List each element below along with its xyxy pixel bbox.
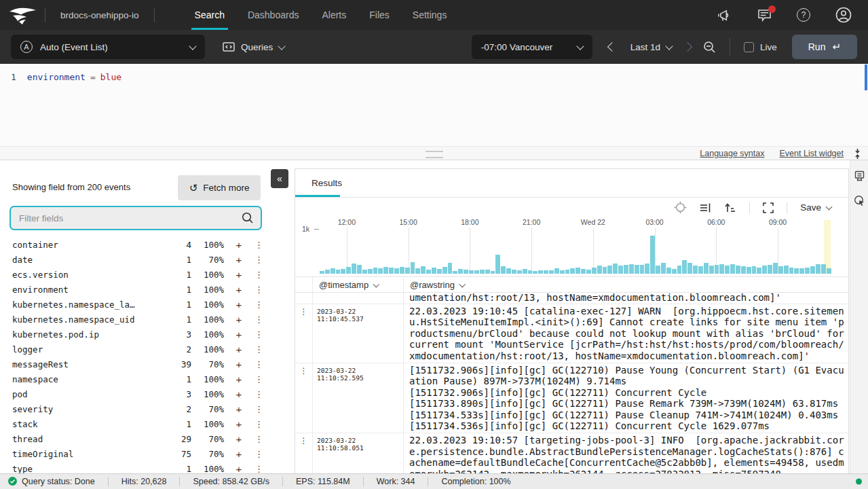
live-checkbox[interactable] (744, 42, 754, 52)
event-row[interactable]: ⋮2023-03-22 11:10:45.53722.03.2023 19:10… (295, 304, 848, 363)
histogram-bar[interactable] (331, 268, 335, 274)
field-menu-icon[interactable]: ⋮ (254, 300, 263, 310)
row-menu-icon[interactable]: ⋮ (295, 304, 313, 363)
add-field-icon[interactable]: + (224, 463, 254, 474)
histogram-bar[interactable] (757, 268, 761, 274)
histogram-bar[interactable] (480, 270, 485, 274)
histogram-bar[interactable] (789, 268, 794, 274)
histogram-bar[interactable] (373, 268, 378, 274)
event-histogram[interactable]: 12:0015:0018:0021:00Wed 2203:0006:0009:0… (320, 218, 831, 274)
queries-dropdown[interactable]: Queries (223, 41, 284, 52)
field-menu-icon[interactable]: ⋮ (254, 404, 263, 414)
histogram-bar[interactable] (592, 268, 597, 274)
timezone-dropdown[interactable]: -07:00 Vancouver (472, 35, 592, 59)
histogram-bar[interactable] (719, 264, 724, 274)
histogram-bar[interactable] (383, 267, 388, 274)
view-selector-dropdown[interactable]: A Auto (Event List) (11, 35, 205, 59)
histogram-bar[interactable] (474, 270, 479, 274)
histogram-bar[interactable] (597, 266, 602, 274)
event-row[interactable]: ⋮2023-03-22 11:10:52.595[1511732.906s][i… (295, 363, 848, 433)
add-field-icon[interactable]: + (224, 344, 254, 355)
help-icon[interactable]: ? (797, 8, 810, 22)
histogram-bar[interactable] (512, 270, 516, 274)
histogram-bar[interactable] (523, 269, 527, 274)
histogram-bar[interactable] (368, 269, 373, 274)
histogram-bar[interactable] (469, 270, 474, 274)
nav-item-alerts[interactable]: Alerts (310, 0, 358, 30)
histogram-bar[interactable] (453, 271, 457, 274)
add-field-icon[interactable]: + (224, 433, 254, 445)
histogram-bar[interactable] (827, 268, 831, 274)
add-field-icon[interactable]: + (224, 374, 254, 385)
run-button[interactable]: Run ↵ (792, 35, 857, 59)
row-menu-icon[interactable]: ⋮ (295, 433, 313, 473)
nav-item-files[interactable]: Files (358, 0, 401, 30)
histogram-bar[interactable] (698, 266, 703, 274)
histogram-bar[interactable] (341, 269, 345, 274)
histogram-bar[interactable] (554, 268, 559, 274)
field-menu-icon[interactable]: ⋮ (254, 344, 263, 355)
field-row[interactable]: thread2970%+⋮ (0, 431, 271, 446)
histogram-bar[interactable] (682, 260, 687, 274)
time-range-dropdown[interactable]: Last 1d (630, 42, 672, 52)
histogram-bar[interactable] (464, 270, 468, 274)
align-columns-icon[interactable] (700, 202, 711, 213)
histogram-bar[interactable] (352, 264, 356, 274)
histogram-bar[interactable] (635, 265, 639, 274)
histogram-bar[interactable] (405, 268, 410, 274)
histogram-bar[interactable] (715, 265, 719, 274)
histogram-bar[interactable] (656, 266, 660, 274)
resize-handle[interactable] (426, 151, 443, 158)
histogram-bar[interactable] (415, 268, 420, 274)
field-menu-icon[interactable]: ⋮ (254, 419, 263, 429)
histogram-bar[interactable] (517, 270, 522, 274)
live-toggle[interactable]: Live (744, 42, 777, 52)
add-field-icon[interactable]: + (224, 254, 254, 266)
add-field-icon[interactable]: + (224, 448, 254, 460)
next-range-icon[interactable] (683, 42, 692, 52)
field-menu-icon[interactable]: ⋮ (254, 314, 263, 325)
filter-fields-input[interactable] (18, 213, 242, 224)
nav-item-search[interactable]: Search (183, 0, 236, 30)
histogram-bar[interactable] (336, 270, 341, 274)
histogram-bar[interactable] (666, 268, 671, 274)
field-menu-icon[interactable]: ⋮ (254, 270, 263, 280)
add-field-icon[interactable]: + (224, 329, 254, 340)
field-menu-icon[interactable]: ⋮ (254, 329, 263, 340)
histogram-bar[interactable] (565, 270, 570, 274)
histogram-bar[interactable] (709, 266, 714, 274)
histogram-bar[interactable] (378, 268, 383, 274)
falcon-logo-icon[interactable] (0, 5, 45, 24)
field-row[interactable]: logger2100%+⋮ (0, 342, 271, 357)
histogram-bar[interactable] (816, 264, 820, 274)
previous-range-icon[interactable] (607, 42, 617, 52)
query-editor[interactable]: 1environment=blue (0, 64, 868, 146)
histogram-bar[interactable] (501, 266, 506, 274)
histogram-bar[interactable] (458, 269, 463, 274)
field-menu-icon[interactable]: ⋮ (254, 359, 263, 369)
histogram-bar[interactable] (794, 268, 799, 274)
histogram-bar[interactable] (645, 264, 649, 274)
field-row[interactable]: timeOriginal7570%+⋮ (0, 446, 271, 461)
add-field-icon[interactable]: + (224, 269, 254, 280)
histogram-bar[interactable] (607, 266, 612, 274)
add-field-icon[interactable]: + (224, 299, 254, 310)
click-target-icon[interactable] (854, 195, 865, 206)
histogram-bar[interactable] (320, 271, 324, 274)
histogram-bar[interactable] (491, 271, 495, 274)
add-field-icon[interactable]: + (224, 239, 254, 251)
add-field-icon[interactable]: + (224, 284, 254, 295)
fullscreen-icon[interactable] (763, 202, 774, 213)
avatar[interactable] (835, 7, 852, 23)
row-menu-icon[interactable]: ⋮ (295, 363, 313, 433)
histogram-bar[interactable] (575, 268, 580, 274)
zoom-out-icon[interactable] (703, 41, 716, 54)
workspace-name[interactable]: brdocs-onehippo-io (60, 10, 139, 20)
histogram-bar[interactable] (687, 263, 692, 274)
histogram-bar[interactable] (603, 267, 607, 274)
histogram-bar[interactable] (752, 266, 757, 274)
histogram-bar[interactable] (389, 268, 394, 274)
histogram-bar[interactable] (661, 263, 666, 274)
field-menu-icon[interactable]: ⋮ (254, 449, 263, 459)
add-field-icon[interactable]: + (224, 403, 254, 415)
